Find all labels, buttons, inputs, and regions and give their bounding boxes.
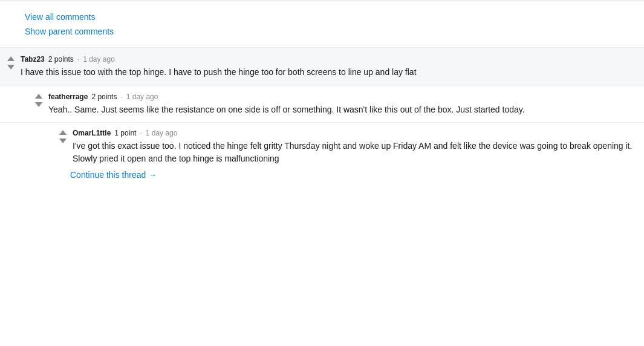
downvote-icon-2 xyxy=(35,102,42,107)
comment-content-3: OmarL1ttle 1 point · 1 day ago I've got … xyxy=(73,129,634,165)
nav-links-section: View all comments Show parent comments xyxy=(0,1,644,48)
comment-body-2: Yeah.. Same. Just seems like the resista… xyxy=(48,103,525,116)
timestamp-2: 1 day ago xyxy=(126,93,158,101)
points-1: 2 points xyxy=(48,55,74,64)
upvote-icon-2 xyxy=(35,94,42,99)
downvote-button-3[interactable] xyxy=(58,137,68,145)
meta-dot-1: · xyxy=(77,55,79,64)
downvote-button-2[interactable] xyxy=(34,101,44,108)
downvote-icon-3 xyxy=(59,139,67,143)
continue-thread-link[interactable]: Continue this thread → xyxy=(70,170,634,180)
comment-meta-1: Tabz23 2 points · 1 day ago xyxy=(21,55,417,64)
comment-container-2: featherrage 2 points · 1 day ago Yeah.. … xyxy=(34,86,644,122)
show-parent-comments-link[interactable]: Show parent comments xyxy=(25,27,619,36)
meta-dot-3: · xyxy=(140,129,141,137)
comment-body-1: I have this issue too with the top hinge… xyxy=(21,66,417,79)
downvote-button-1[interactable] xyxy=(6,64,16,71)
comments-section: Tabz23 2 points · 1 day ago I have this … xyxy=(0,48,644,186)
vote-controls-3 xyxy=(58,129,68,145)
username-2: featherrage xyxy=(48,93,88,101)
username-3: OmarL1ttle xyxy=(73,129,111,137)
points-3: 1 point xyxy=(114,129,136,137)
arrow-right-icon: → xyxy=(148,170,157,180)
upvote-icon-3 xyxy=(59,130,67,135)
upvote-icon-1 xyxy=(7,56,15,61)
comment-meta-2: featherrage 2 points · 1 day ago xyxy=(48,93,525,101)
comment-container-3: OmarL1ttle 1 point · 1 day ago I've got … xyxy=(58,123,644,186)
points-2: 2 points xyxy=(91,93,117,101)
upvote-button-1[interactable] xyxy=(6,55,16,62)
username-1: Tabz23 xyxy=(21,55,45,64)
comment-content-2: featherrage 2 points · 1 day ago Yeah.. … xyxy=(48,93,525,116)
upvote-button-3[interactable] xyxy=(58,129,68,136)
downvote-icon-1 xyxy=(7,65,15,70)
vote-controls-1 xyxy=(6,55,16,71)
comment-body-3: I've got this exact issue too. I noticed… xyxy=(73,140,634,165)
continue-thread-label: Continue this thread xyxy=(70,170,146,180)
comment-container-1: Tabz23 2 points · 1 day ago I have this … xyxy=(0,48,644,86)
vote-controls-2 xyxy=(34,93,44,108)
timestamp-1: 1 day ago xyxy=(83,55,115,64)
upvote-button-2[interactable] xyxy=(34,93,44,100)
comment-meta-3: OmarL1ttle 1 point · 1 day ago xyxy=(73,129,634,137)
comment-content-1: Tabz23 2 points · 1 day ago I have this … xyxy=(21,55,417,79)
meta-dot-2: · xyxy=(120,93,122,101)
timestamp-3: 1 day ago xyxy=(146,129,178,137)
view-all-comments-link[interactable]: View all comments xyxy=(25,12,619,22)
